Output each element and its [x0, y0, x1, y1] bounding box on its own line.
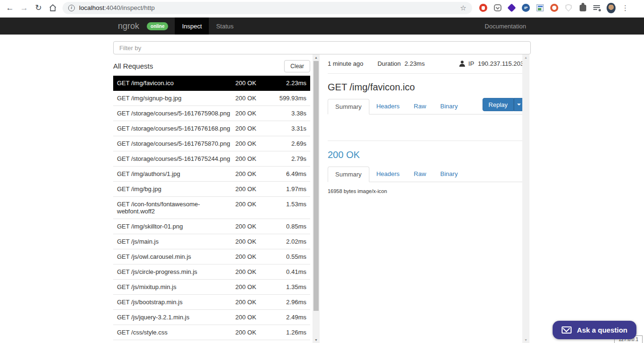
- extensions-row: iP ⋮: [479, 3, 630, 12]
- request-tab[interactable]: Binary: [433, 99, 465, 114]
- brand-ngrok[interactable]: ngrok: [118, 21, 139, 31]
- request-row[interactable]: GET /icon-fonts/fontawesome-webfont.woff…: [113, 197, 310, 219]
- request-row[interactable]: GET /img/skilltor-01.png 200 OK 0.85ms: [113, 219, 310, 234]
- time-ago: 1 minute ago: [328, 60, 363, 67]
- request-summary-body: [328, 114, 524, 141]
- request-tab[interactable]: Summary: [328, 99, 369, 114]
- scroll-up-icon[interactable]: ▲: [522, 54, 529, 61]
- scrollbar-thumb[interactable]: [313, 61, 319, 311]
- shield-extension-icon[interactable]: [564, 3, 573, 12]
- pocket-icon[interactable]: [493, 3, 502, 12]
- request-path: GET /storage/courses/5-1617675908.png: [117, 110, 235, 117]
- request-duration: 2.79s: [267, 155, 306, 162]
- request-path: GET /storage/courses/5-1617675870.png: [117, 140, 235, 147]
- request-row[interactable]: GET /css/style.css 200 OK 1.26ms: [113, 325, 310, 340]
- request-row[interactable]: GET /js/mixitup.min.js 200 OK 1.35ms: [113, 280, 310, 295]
- detail-panel: 1 minute ago Duration2.23ms IP190.237.11…: [328, 54, 524, 343]
- request-duration: 2.49ms: [267, 314, 306, 321]
- replay-split-button: Replay: [483, 98, 524, 111]
- forward-icon[interactable]: →: [17, 1, 31, 15]
- request-status: 200 OK: [235, 125, 267, 132]
- request-list: GET /img/favicon.ico 200 OK 2.23ms GET /…: [113, 76, 310, 343]
- request-path: GET /storage/courses/5-1617675244.png: [117, 155, 235, 162]
- browser-toolbar: ← → ↻ i localhost:4040/inspect/http ☆ iP…: [0, 0, 644, 16]
- request-row[interactable]: GET /storage/courses/5-1617675244.png 20…: [113, 151, 310, 167]
- scroll-down-icon[interactable]: ▼: [313, 337, 320, 343]
- request-row[interactable]: GET /img/signup-bg.jpg 200 OK 599.93ms: [113, 91, 310, 106]
- request-row[interactable]: GET /img/authors/1.jpg 200 OK 6.49ms: [113, 167, 310, 182]
- request-duration: 1.97ms: [267, 185, 306, 193]
- reload-icon[interactable]: ↻: [31, 1, 45, 15]
- request-row[interactable]: GET /storage/courses/5-1617675870.png 20…: [113, 136, 310, 151]
- request-row[interactable]: GET /js/main.js 200 OK 2.02ms: [113, 234, 310, 249]
- translate-page-icon[interactable]: [536, 3, 545, 12]
- request-list-scrollbar[interactable]: ▲ ▼: [313, 54, 320, 343]
- gem-extension-icon[interactable]: [507, 3, 516, 12]
- request-path: GET /img/signup-bg.jpg: [117, 95, 235, 102]
- request-row[interactable]: GET /img/bg.jpg 200 OK 1.97ms: [113, 182, 310, 197]
- request-duration: 2.96ms: [267, 299, 306, 306]
- request-row[interactable]: GET /storage/courses/5-1617676168.png 20…: [113, 121, 310, 136]
- ip-extension-icon[interactable]: iP: [521, 3, 530, 12]
- detail-meta-row: 1 minute ago Duration2.23ms IP190.237.11…: [328, 54, 524, 74]
- request-duration: 599.93ms: [267, 95, 306, 102]
- request-row[interactable]: GET /js/jquery-3.2.1.min.js 200 OK 2.49m…: [113, 310, 310, 325]
- profile-avatar[interactable]: [607, 3, 616, 12]
- request-duration: 0.85ms: [267, 223, 306, 230]
- detail-panel-scrollbar[interactable]: ▲ ▼: [522, 54, 529, 343]
- ngrok-navbar: ngrok online Inspect Status Documentatio…: [0, 18, 644, 35]
- browser-menu-icon[interactable]: ⋮: [621, 3, 630, 12]
- filter-input[interactable]: [113, 41, 531, 54]
- request-status: 200 OK: [235, 238, 267, 245]
- request-row[interactable]: GET /js/bootstrap.min.js 200 OK 2.96ms: [113, 295, 310, 310]
- request-path: GET /img/skilltor-01.png: [117, 223, 235, 230]
- url-host: localhost: [79, 4, 104, 11]
- puzzle-extension-icon[interactable]: [578, 3, 587, 12]
- bookmark-star-icon[interactable]: ☆: [460, 4, 466, 12]
- response-tab[interactable]: Summary: [328, 167, 369, 182]
- request-duration: 6.49ms: [267, 170, 306, 177]
- back-icon[interactable]: ←: [3, 1, 17, 15]
- request-duration: 0.41ms: [267, 268, 306, 275]
- request-path: GET /img/bg.jpg: [117, 185, 235, 193]
- request-row[interactable]: GET /img/favicon.ico 200 OK 2.23ms: [113, 76, 310, 91]
- url-bar[interactable]: i localhost:4040/inspect/http ☆: [63, 2, 472, 14]
- tab-inspect[interactable]: Inspect: [175, 18, 209, 35]
- request-duration: 3.38s: [267, 110, 306, 117]
- ask-question-button[interactable]: Ask a question: [553, 321, 636, 339]
- request-path: GET /img/authors/1.jpg: [117, 170, 235, 177]
- request-status: 200 OK: [235, 155, 267, 162]
- request-status: 200 OK: [235, 268, 267, 275]
- request-row[interactable]: GET /js/circle-progress.min.js 200 OK 0.…: [113, 264, 310, 280]
- page-info-icon[interactable]: i: [68, 5, 75, 11]
- scroll-up-icon[interactable]: ▲: [313, 54, 320, 61]
- requests-panel: All Requests Clear GET /img/favicon.ico …: [113, 54, 310, 343]
- duckduckgo-icon[interactable]: [550, 3, 559, 12]
- response-summary-text: 16958 bytes image/x-icon: [328, 188, 524, 194]
- clear-button[interactable]: Clear: [284, 60, 310, 72]
- ask-question-label: Ask a question: [577, 326, 627, 334]
- request-path: GET /img/favicon.ico: [117, 79, 235, 87]
- request-row[interactable]: GET /storage/courses/5-1617675908.png 20…: [113, 106, 310, 121]
- request-tab[interactable]: Headers: [369, 99, 407, 114]
- request-duration: 0.55ms: [267, 253, 306, 260]
- request-path: GET /js/owl.carousel.min.js: [117, 253, 235, 260]
- scroll-down-icon[interactable]: ▼: [522, 337, 529, 343]
- response-tab[interactable]: Raw: [407, 167, 433, 182]
- adblock-icon[interactable]: [479, 3, 488, 12]
- replay-button[interactable]: Replay: [483, 98, 514, 111]
- tab-status[interactable]: Status: [209, 18, 241, 35]
- nav-documentation-link[interactable]: Documentation: [485, 23, 526, 30]
- request-row[interactable]: GET /css/font-awesome.min.css 200 OK 4.7…: [113, 340, 310, 343]
- response-tab[interactable]: Binary: [433, 167, 465, 182]
- home-icon[interactable]: [45, 1, 60, 15]
- url-text[interactable]: localhost:4040/inspect/http: [79, 4, 155, 11]
- request-tab[interactable]: Raw: [407, 99, 433, 114]
- request-row[interactable]: GET /js/owl.carousel.min.js 200 OK 0.55m…: [113, 249, 310, 264]
- response-tab[interactable]: Headers: [369, 167, 407, 182]
- duration-meta: Duration2.23ms: [377, 60, 425, 67]
- request-path: GET /js/mixitup.min.js: [117, 283, 235, 290]
- playlist-icon[interactable]: [592, 3, 601, 12]
- request-status: 200 OK: [235, 223, 267, 230]
- request-status: 200 OK: [235, 253, 267, 260]
